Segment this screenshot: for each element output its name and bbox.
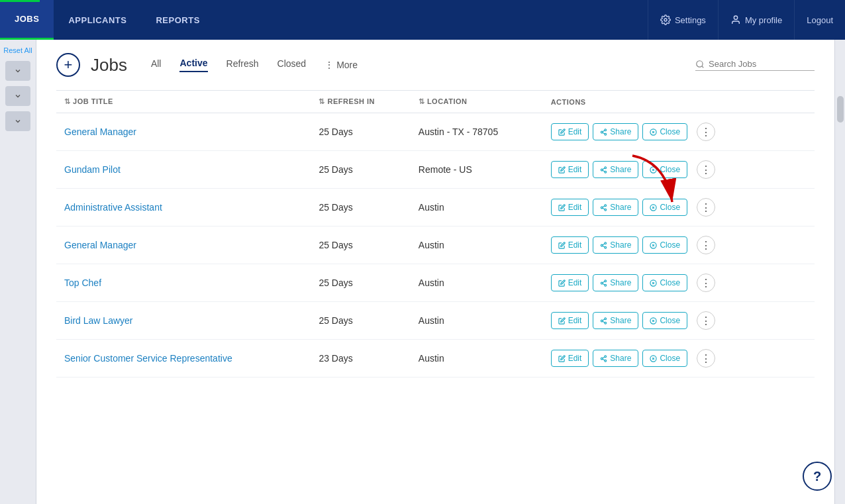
close-button[interactable]: Close: [642, 123, 687, 140]
svg-point-2: [697, 60, 703, 66]
cell-refresh-in: 25 Days: [311, 264, 410, 302]
svg-point-22: [601, 207, 603, 209]
row-more-button[interactable]: ⋮: [697, 311, 715, 330]
edit-button[interactable]: Edit: [551, 350, 589, 367]
svg-point-47: [605, 322, 607, 324]
sidebar-filter-btn-2[interactable]: [5, 86, 30, 106]
close-button[interactable]: Close: [642, 161, 687, 178]
nav-reports[interactable]: REPORTS: [141, 0, 214, 40]
edit-button[interactable]: Edit: [551, 236, 589, 254]
sidebar-filter-btn-1[interactable]: [5, 61, 30, 81]
col-job-title[interactable]: JOB TITLE: [56, 91, 311, 113]
job-title-link[interactable]: General Manager: [64, 240, 136, 250]
edit-button[interactable]: Edit: [551, 199, 589, 216]
col-location[interactable]: LOCATION: [411, 91, 543, 113]
right-scrollbar[interactable]: [834, 40, 845, 504]
close-icon: [650, 204, 657, 211]
share-button[interactable]: Share: [593, 350, 638, 367]
job-title-link[interactable]: Senior Customer Service Representative: [64, 353, 232, 364]
svg-point-23: [605, 209, 607, 211]
tab-closed[interactable]: Closed: [277, 58, 307, 72]
gear-icon: [660, 15, 671, 25]
job-title-link[interactable]: Administrative Assistant: [64, 202, 162, 213]
share-icon: [600, 128, 607, 136]
close-button[interactable]: Close: [642, 199, 687, 216]
close-icon: [650, 128, 657, 136]
settings-nav-item[interactable]: Settings: [648, 0, 718, 40]
close-button[interactable]: Close: [642, 312, 687, 329]
cell-job-title: Top Chef: [56, 264, 311, 302]
cell-refresh-in: 25 Days: [311, 151, 410, 189]
row-more-button[interactable]: ⋮: [697, 160, 715, 179]
search-input[interactable]: [709, 59, 815, 69]
svg-point-53: [605, 355, 607, 357]
svg-point-5: [605, 128, 607, 130]
sidebar-filter-btn-3[interactable]: [5, 111, 30, 131]
row-more-button[interactable]: ⋮: [697, 349, 715, 368]
table-row: Gundam Pilot 25 Days Remote - US Edit Sh…: [56, 151, 815, 189]
row-more-button[interactable]: ⋮: [697, 274, 715, 292]
row-more-button[interactable]: ⋮: [697, 236, 715, 254]
cell-location: Austin: [411, 302, 543, 340]
more-dots-icon: ⋮: [324, 60, 334, 70]
pencil-icon: [558, 166, 566, 174]
help-button[interactable]: ?: [803, 462, 832, 491]
col-refresh-in[interactable]: REFRESH IN: [311, 91, 410, 113]
svg-point-21: [605, 204, 607, 206]
share-button[interactable]: Share: [593, 312, 638, 329]
tab-active[interactable]: Active: [179, 58, 207, 72]
share-button[interactable]: Share: [593, 199, 638, 216]
svg-point-30: [601, 244, 603, 246]
tab-all[interactable]: All: [151, 58, 162, 72]
cell-job-title: General Manager: [56, 113, 311, 151]
nav-applicants[interactable]: APPLICANTS: [54, 0, 141, 40]
close-button[interactable]: Close: [642, 274, 687, 291]
chevron-down-icon-3: [14, 117, 22, 125]
col-more: [793, 91, 815, 113]
left-sidebar: Reset All: [0, 40, 36, 504]
cell-refresh-in: 25 Days: [311, 227, 410, 264]
edit-button[interactable]: Edit: [551, 161, 589, 178]
svg-line-56: [603, 359, 605, 360]
share-button[interactable]: Share: [593, 236, 638, 254]
row-more-button[interactable]: ⋮: [697, 123, 715, 141]
reset-all-button[interactable]: Reset All: [3, 46, 32, 54]
settings-label: Settings: [675, 15, 706, 25]
row-more-button[interactable]: ⋮: [697, 198, 715, 217]
close-button[interactable]: Close: [642, 350, 687, 367]
cell-location: Austin - TX - 78705: [411, 113, 543, 151]
col-actions: ACTIONS: [543, 91, 793, 113]
tab-refresh[interactable]: Refresh: [226, 58, 259, 72]
nav-jobs[interactable]: JOBS: [0, 0, 54, 40]
add-job-button[interactable]: +: [56, 53, 80, 77]
job-title-link[interactable]: Top Chef: [64, 277, 101, 288]
jobs-header: + Jobs All Active Refresh Closed ⋮ More: [56, 53, 815, 77]
nav-right: Settings My profile Logout: [648, 0, 845, 40]
share-button[interactable]: Share: [593, 123, 638, 140]
job-title-link[interactable]: Bird Law Lawyer: [64, 315, 133, 326]
logout-label: Logout: [807, 15, 833, 25]
svg-line-40: [603, 283, 605, 285]
pencil-icon: [558, 128, 566, 136]
table-row: Top Chef 25 Days Austin Edit Share Close…: [56, 264, 815, 302]
content-area: + Jobs All Active Refresh Closed ⋮ More: [36, 40, 834, 504]
cell-refresh-in: 25 Days: [311, 302, 410, 340]
cell-actions: Edit Share Close ⋮: [543, 340, 793, 378]
myprofile-nav-item[interactable]: My profile: [718, 0, 794, 40]
edit-button[interactable]: Edit: [551, 274, 589, 291]
job-title-link[interactable]: Gundam Pilot: [64, 164, 121, 175]
edit-button[interactable]: Edit: [551, 123, 589, 140]
share-icon: [600, 166, 607, 174]
close-icon: [650, 166, 657, 174]
edit-button[interactable]: Edit: [551, 312, 589, 329]
cell-location: Austin: [411, 227, 543, 264]
logout-nav-item[interactable]: Logout: [794, 0, 845, 40]
share-button[interactable]: Share: [593, 274, 638, 291]
table-row: Senior Customer Service Representative 2…: [56, 340, 815, 378]
svg-line-32: [603, 246, 605, 247]
svg-line-9: [603, 130, 605, 131]
job-title-link[interactable]: General Manager: [64, 126, 136, 137]
close-button[interactable]: Close: [642, 236, 687, 254]
share-button[interactable]: Share: [593, 161, 638, 178]
tab-more[interactable]: ⋮ More: [324, 60, 358, 70]
